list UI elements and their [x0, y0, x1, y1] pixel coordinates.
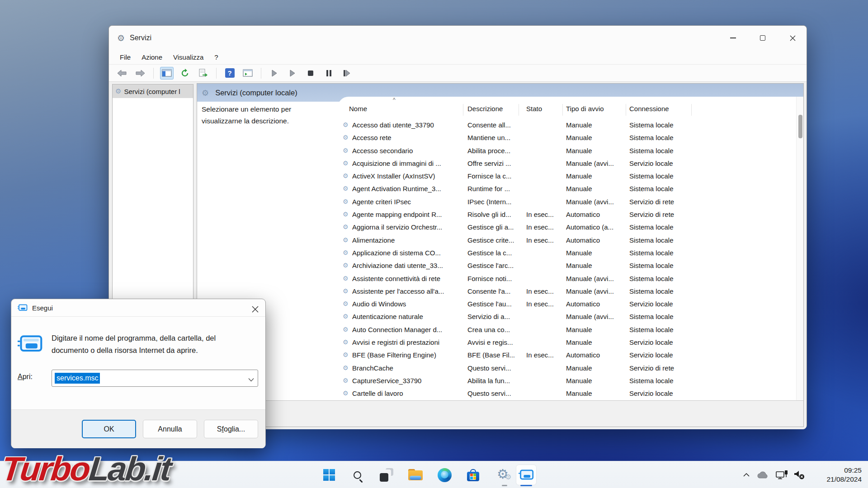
- service-gear-icon: ⚙: [343, 249, 349, 256]
- pause-service-icon[interactable]: [322, 67, 335, 80]
- service-name: Assistente connettività di rete: [352, 275, 462, 282]
- service-gear-icon: ⚙: [343, 134, 349, 141]
- volume-tray-button[interactable]: [794, 461, 806, 488]
- service-startup-type: Manuale (avvi...: [566, 160, 625, 167]
- service-name: Agente mapping endpoint R...: [352, 211, 462, 218]
- window-title: Servizi: [130, 34, 151, 42]
- service-row[interactable]: ⚙Autenticazione naturaleServizio di a...…: [338, 311, 795, 324]
- service-row[interactable]: ⚙Auto Connection Manager d...Crea una co…: [338, 324, 795, 337]
- taskbar-clock[interactable]: 09:25 21/08/2024: [826, 461, 862, 488]
- show-console-tree-icon[interactable]: [160, 67, 174, 80]
- service-row[interactable]: ⚙Cartelle di lavoroQuesto servi...Manual…: [338, 388, 795, 400]
- service-logon-as: Sistema locale: [629, 172, 706, 180]
- scrollbar-thumb[interactable]: [798, 115, 802, 138]
- service-name: Acquisizione di immagini di ...: [352, 160, 462, 167]
- service-row[interactable]: ⚙Accesso secondarioAbilita proce...Manua…: [338, 145, 795, 158]
- ok-button[interactable]: OK: [82, 420, 136, 438]
- menu-azione[interactable]: Azione: [137, 52, 167, 62]
- watermark-labit: Lab.it: [87, 450, 172, 488]
- service-row[interactable]: ⚙AlimentazioneGestisce crite...In esec..…: [338, 235, 795, 247]
- browse-button[interactable]: Sfoglia...: [204, 420, 258, 438]
- help-icon[interactable]: ?: [223, 67, 236, 80]
- service-row[interactable]: ⚙Agent Activation Runtime_3...Runtime fo…: [338, 183, 795, 196]
- export-list-icon[interactable]: [196, 67, 210, 80]
- service-row[interactable]: ⚙Assistente connettività di reteFornisce…: [338, 273, 795, 286]
- service-row[interactable]: ⚙BranchCacheQuesto servi...ManualeServiz…: [338, 362, 795, 375]
- volume-muted-icon: [794, 470, 806, 480]
- service-name: Audio di Windows: [352, 300, 462, 308]
- stop-service-icon[interactable]: [304, 67, 317, 80]
- start-button[interactable]: [319, 465, 339, 485]
- forward-icon[interactable]: [133, 67, 147, 80]
- restart-service-icon[interactable]: [340, 67, 354, 80]
- service-startup-type: Manuale: [566, 389, 625, 397]
- service-name: Alimentazione: [352, 236, 462, 244]
- refresh-icon[interactable]: [178, 67, 192, 80]
- service-row[interactable]: ⚙Agente mapping endpoint R...Risolve gli…: [338, 209, 795, 221]
- edge-icon: [438, 468, 452, 482]
- service-gear-icon: ⚙: [343, 236, 349, 244]
- column-separator[interactable]: [562, 104, 563, 116]
- service-row[interactable]: ⚙Avvisi e registri di prestazioniAvvisi …: [338, 337, 795, 349]
- onedrive-tray-button[interactable]: [756, 461, 770, 488]
- service-description: Questo servi...: [467, 364, 518, 372]
- service-row[interactable]: ⚙Aggiorna il servizio Orchestr...Gestisc…: [338, 221, 795, 234]
- close-button[interactable]: [787, 32, 798, 44]
- service-row[interactable]: ⚙Agente criteri IPsecIPsec (Intern...Man…: [338, 196, 795, 209]
- column-header-connessione[interactable]: Connessione: [629, 105, 669, 113]
- column-header-stato[interactable]: Stato: [526, 105, 542, 113]
- edge-button[interactable]: [434, 465, 454, 485]
- search-button[interactable]: [347, 465, 367, 485]
- service-row[interactable]: ⚙ActiveX Installer (AxInstSV)Fornisce la…: [338, 170, 795, 183]
- column-header-nome[interactable]: Nome: [349, 105, 367, 113]
- service-row[interactable]: ⚙Applicazione di sistema CO...Gestisce l…: [338, 247, 795, 260]
- service-row[interactable]: ⚙Archiviazione dati utente_33...Gestisce…: [338, 260, 795, 272]
- services-app-button[interactable]: ⚙⚙: [495, 465, 514, 485]
- menu-visualizza[interactable]: Visualizza: [169, 52, 208, 62]
- run-titlebar[interactable]: Esegui: [11, 299, 265, 317]
- maximize-icon: [760, 35, 765, 41]
- horizontal-scrollbar-area[interactable]: [198, 400, 804, 427]
- column-separator[interactable]: [691, 104, 692, 116]
- task-view-icon: [380, 468, 393, 482]
- microsoft-store-button[interactable]: [463, 465, 483, 485]
- open-combobox[interactable]: services.msc: [52, 370, 258, 387]
- run-close-button[interactable]: [250, 304, 260, 314]
- menu-file[interactable]: File: [115, 52, 135, 62]
- service-gear-icon: ⚙: [343, 198, 349, 205]
- menu-help[interactable]: ?: [210, 52, 222, 62]
- cancel-button[interactable]: Annulla: [143, 420, 197, 438]
- service-row[interactable]: ⚙Acquisizione di immagini di ...Offre se…: [338, 158, 795, 170]
- services-titlebar[interactable]: ⚙ Servizi: [109, 26, 807, 50]
- service-row[interactable]: ⚙Accesso reteMantiene un...ManualeSistem…: [338, 132, 795, 145]
- show-action-pane-icon[interactable]: [241, 67, 255, 80]
- column-separator[interactable]: [463, 104, 463, 116]
- service-row[interactable]: ⚙Assistente per l'accesso all'a...Consen…: [338, 286, 795, 298]
- minimize-button[interactable]: [727, 32, 739, 44]
- resume-service-icon[interactable]: [286, 67, 299, 80]
- tree-item-services-root[interactable]: ⚙ Servizi (computer l: [113, 84, 193, 98]
- column-separator[interactable]: [626, 104, 626, 116]
- file-explorer-button[interactable]: [406, 465, 425, 485]
- back-icon[interactable]: [115, 67, 129, 80]
- run-app-button[interactable]: [516, 465, 536, 485]
- task-view-button[interactable]: [377, 465, 396, 485]
- run-title: Esegui: [32, 304, 53, 312]
- column-separator[interactable]: [519, 104, 519, 116]
- vertical-scrollbar[interactable]: [796, 97, 804, 400]
- service-description: Abilita proce...: [467, 147, 518, 155]
- network-tray-button[interactable]: [776, 461, 788, 488]
- service-row[interactable]: ⚙Audio di WindowsGestisce l'au...In esec…: [338, 298, 795, 311]
- service-logon-as: Servizio di rete: [629, 211, 706, 218]
- tray-chevron-button[interactable]: [743, 461, 750, 488]
- maximize-button[interactable]: [757, 32, 769, 44]
- service-row[interactable]: ⚙BFE (Base Filtering Engine)BFE (Base Fi…: [338, 349, 795, 362]
- column-header-descrizione[interactable]: Descrizione: [467, 105, 503, 113]
- open-value[interactable]: services.msc: [55, 373, 100, 384]
- column-header-tipo-di-avvio[interactable]: Tipo di avvio: [566, 105, 604, 113]
- chevron-down-icon[interactable]: [248, 375, 254, 384]
- service-row[interactable]: ⚙Accesso dati utente_33790Consente all..…: [338, 119, 795, 132]
- service-row[interactable]: ⚙CaptureService_33790Abilita la fun...Ma…: [338, 375, 795, 388]
- service-description: Servizio di a...: [467, 313, 518, 320]
- start-service-icon[interactable]: [268, 67, 281, 80]
